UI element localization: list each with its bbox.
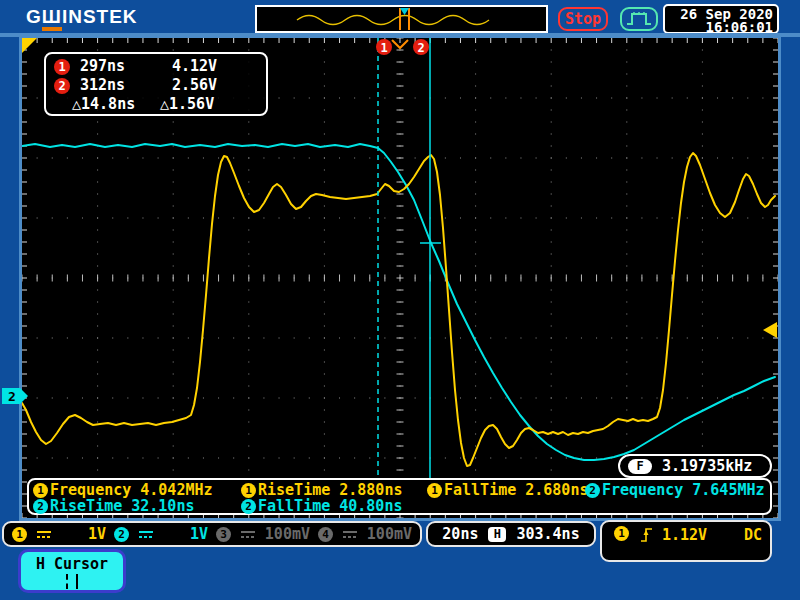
trigger-coupling: DC bbox=[744, 526, 762, 544]
preview-waveform-icon bbox=[257, 7, 546, 31]
measurement-ch1-risetime: 1RiseTime2.880ns bbox=[241, 482, 402, 498]
cursor2-row: 2 312ns 2.56V bbox=[54, 76, 266, 95]
trigger-status: 1 1.12V DC bbox=[600, 520, 772, 562]
measurement-ch2-falltime: 2FallTime40.80ns bbox=[241, 498, 402, 514]
dc-coupling-icon bbox=[139, 531, 153, 538]
ch1-position-marker bbox=[22, 38, 37, 53]
h-cursor-icon bbox=[21, 574, 123, 589]
cursor2-time: 312ns bbox=[80, 76, 172, 95]
rising-edge-icon bbox=[640, 526, 653, 543]
trigger-type-icon bbox=[620, 7, 658, 31]
svg-text:2: 2 bbox=[417, 41, 424, 55]
datetime-display: 26 Sep 2020 16:06:01 bbox=[663, 4, 779, 34]
measurement-ch1-falltime: 1FallTime2.680ns bbox=[427, 482, 588, 498]
measurement-ch2-risetime: 2RiseTime32.10ns bbox=[33, 498, 194, 514]
channel-status-bar: 11V 21V 3100mV 4100mV bbox=[2, 521, 422, 547]
brand-logo: GШINSTEK bbox=[26, 6, 138, 28]
channel2-status: 21V bbox=[114, 525, 208, 543]
measurements-panel: 1Frequency4.042MHz 1RiseTime2.880ns 1Fal… bbox=[27, 478, 772, 515]
ch1-trace bbox=[22, 153, 775, 466]
run-stop-indicator: Stop bbox=[558, 7, 608, 31]
freq-counter-icon: F bbox=[628, 459, 652, 474]
timebase-status: 20ns H 303.4ns bbox=[426, 521, 596, 547]
channel4-status: 4100mV bbox=[318, 525, 412, 543]
dc-coupling-icon bbox=[343, 531, 357, 538]
channel3-status: 3100mV bbox=[216, 525, 310, 543]
ch2-position-marker: 2 bbox=[2, 386, 30, 406]
cursor-delta-volt: △1.56V bbox=[160, 95, 266, 114]
cursor1-volt: 4.12V bbox=[172, 57, 266, 76]
horizontal-icon: H bbox=[488, 527, 506, 542]
timebase-position: 303.4ns bbox=[516, 525, 579, 543]
trigger-source-badge: 1 bbox=[614, 526, 629, 541]
measurement-ch1-frequency: 1Frequency4.042MHz bbox=[33, 482, 213, 498]
frequency-counter: F 3.19735kHz bbox=[618, 454, 772, 478]
h-cursor-softkey[interactable]: H Cursor bbox=[18, 549, 126, 593]
dc-coupling-icon bbox=[37, 531, 51, 538]
dc-coupling-icon bbox=[241, 531, 255, 538]
h-cursor-label: H Cursor bbox=[21, 555, 123, 573]
cursor1-badge: 1 bbox=[54, 59, 70, 75]
freq-counter-value: 3.19735kHz bbox=[662, 456, 752, 476]
svg-text:1: 1 bbox=[380, 41, 387, 55]
cursor-readout-panel: 1 297ns 4.12V 2 312ns 2.56V △14.8ns △1.5… bbox=[44, 52, 268, 116]
cursor2-volt: 2.56V bbox=[172, 76, 266, 95]
channel1-status: 11V bbox=[12, 525, 106, 543]
cursor1-time: 297ns bbox=[80, 57, 172, 76]
timebase-scale: 20ns bbox=[442, 525, 478, 543]
trigger-level: 1.12V bbox=[662, 526, 707, 544]
acquisition-preview bbox=[255, 5, 548, 33]
cursor-delta-row: △14.8ns △1.56V bbox=[54, 95, 266, 114]
svg-text:2: 2 bbox=[8, 389, 16, 404]
cursor1-row: 1 297ns 4.12V bbox=[54, 57, 266, 76]
logo-w-glyph: Ш bbox=[42, 6, 62, 31]
cursor-delta-time: △14.8ns bbox=[72, 95, 172, 114]
measurement-ch2-frequency: 2Frequency7.645MHz bbox=[585, 482, 765, 498]
cursor2-badge: 2 bbox=[54, 78, 70, 94]
trigger-level-marker bbox=[763, 322, 777, 338]
